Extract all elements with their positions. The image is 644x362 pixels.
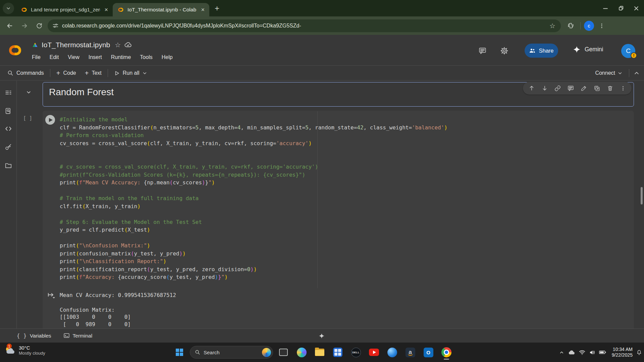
address-bar[interactable]: colab.research.google.com/drive/1qalewyi… [48, 19, 561, 32]
menu-view[interactable]: View [68, 54, 79, 60]
move-cell-down-button[interactable] [538, 82, 551, 95]
wifi-icon[interactable] [579, 350, 585, 355]
commands-button[interactable]: Commands [6, 70, 45, 76]
files-folder-icon[interactable] [5, 162, 12, 169]
tab-title: IoT_Thermostat.ipynb - Colab [127, 7, 197, 13]
taskbar-blue-app[interactable] [330, 345, 345, 360]
menu-edit[interactable]: Edit [50, 54, 59, 60]
site-settings-icon[interactable] [52, 22, 59, 29]
terminal-button[interactable]: Terminal [63, 333, 93, 339]
file-explorer-icon [315, 349, 324, 356]
share-button[interactable]: Share [525, 44, 558, 58]
gemini-button[interactable]: Gemini [573, 46, 603, 53]
more-cell-actions-button[interactable] [616, 82, 630, 95]
bookmark-star-icon[interactable]: ☆ [547, 22, 558, 30]
delete-cell-button[interactable] [603, 82, 616, 95]
taskbar-app-window[interactable] [276, 345, 291, 360]
taskbar-file-explorer[interactable] [312, 345, 327, 360]
star-notebook-icon[interactable]: ☆ [115, 41, 121, 49]
tab-title: Land tenure project_sdg1_zero_ [31, 7, 100, 13]
menu-bar: File Edit View Insert Runtime Tools Help [32, 54, 173, 60]
run-all-button[interactable]: Run all [113, 70, 148, 76]
window-restore-button[interactable] [613, 0, 629, 16]
kebab-menu-icon [599, 23, 605, 29]
window-close-button[interactable] [629, 0, 644, 16]
taskbar-copilot[interactable] [294, 345, 309, 360]
comment-cell-button[interactable] [564, 82, 577, 95]
browser-menu-button[interactable] [595, 19, 608, 32]
move-cell-up-button[interactable] [525, 82, 538, 95]
taskbar-amazon[interactable]: a [402, 345, 418, 360]
add-text-button[interactable]: + Text [84, 69, 103, 77]
notebook-scrollbar[interactable] [641, 187, 643, 204]
link-cell-button[interactable] [551, 82, 564, 95]
variables-button[interactable]: { } Variables [17, 333, 51, 339]
volume-icon[interactable] [589, 350, 595, 355]
amazon-icon: a [406, 348, 415, 357]
chrome-icon [441, 347, 451, 357]
settings-gear-icon[interactable] [500, 47, 508, 55]
new-tab-button[interactable]: + [212, 3, 222, 13]
url-text[interactable]: colab.research.google.com/drive/1qalewyi… [62, 23, 543, 29]
comments-button[interactable] [479, 47, 486, 55]
toolbar-right: Connect [593, 69, 639, 77]
hidden-icons-chevron[interactable] [559, 350, 564, 355]
taskbar-youtube[interactable] [366, 345, 382, 360]
tab-close-icon[interactable]: × [104, 6, 109, 13]
browser-tab-bar: Land tenure project_sdg1_zero_ × IoT_The… [0, 0, 644, 16]
forward-arrow-icon [21, 22, 28, 29]
weather-icon: 1 [4, 345, 16, 356]
window-minimize-button[interactable] [598, 0, 613, 16]
code-cell[interactable]: #Initialize the modelclf = RandomForestC… [43, 111, 634, 328]
cloud-saved-icon [124, 41, 132, 49]
back-button[interactable] [3, 19, 16, 32]
taskbar-search[interactable]: Search [190, 346, 273, 359]
connect-button[interactable]: Connect [593, 70, 624, 76]
menu-runtime[interactable]: Runtime [111, 54, 131, 60]
chevron-down-icon [143, 71, 147, 75]
find-replace-icon[interactable] [5, 108, 12, 115]
notification-bell-icon[interactable] [636, 350, 642, 355]
collapse-header-button[interactable] [634, 70, 639, 76]
gemini-spark-icon[interactable] [319, 333, 325, 339]
weather-temperature: 30°C [19, 345, 45, 351]
menu-tools[interactable]: Tools [140, 54, 152, 60]
edit-cell-button[interactable] [577, 82, 590, 95]
add-code-button[interactable]: + Code [55, 69, 77, 77]
run-cell-button[interactable] [45, 115, 55, 125]
start-button[interactable] [172, 345, 187, 360]
taskbar-edge-sphere[interactable] [384, 345, 400, 360]
menu-insert[interactable]: Insert [89, 54, 102, 60]
weather-description: Mostly cloudy [19, 351, 45, 356]
battery-icon[interactable] [599, 350, 606, 355]
code-snippets-icon[interactable] [5, 125, 12, 132]
browser-tab-thermostat[interactable]: IoT_Thermostat.ipynb - Colab × [113, 3, 209, 16]
chevron-down-icon [618, 71, 622, 75]
menu-help[interactable]: Help [162, 54, 173, 60]
browser-tab-land-tenure[interactable]: Land tenure project_sdg1_zero_ × [16, 3, 113, 16]
tab-close-icon[interactable]: × [200, 6, 205, 13]
taskbar-outlook[interactable]: O [421, 345, 436, 360]
browser-profile-avatar[interactable]: c [584, 21, 594, 31]
tab-search-button[interactable] [3, 3, 14, 14]
taskbar-dell[interactable]: DELL [348, 345, 364, 360]
table-of-contents-icon[interactable] [5, 89, 12, 97]
copy-cell-button[interactable] [590, 82, 603, 95]
reload-icon [36, 22, 43, 29]
extensions-button[interactable] [564, 19, 577, 32]
menu-file[interactable]: File [32, 54, 41, 60]
taskbar-clock[interactable]: 10:34 AM 9/22/2025 [612, 347, 633, 358]
output-indicator-icon[interactable] [47, 292, 56, 300]
forward-button[interactable] [18, 19, 31, 32]
notebook-toolbar: Commands + Code + Text Run all Connect [0, 66, 644, 80]
taskbar-chrome[interactable] [439, 345, 454, 360]
section-collapse-icon[interactable] [26, 89, 32, 95]
weather-widget[interactable]: 1 30°C Mostly cloudy [4, 345, 45, 356]
onedrive-cloud-icon[interactable] [568, 349, 575, 355]
divider [50, 69, 50, 77]
commands-label: Commands [16, 70, 44, 76]
secrets-key-icon[interactable] [5, 143, 12, 151]
notebook-title[interactable]: IoT_Thermostat.ipynb [42, 41, 110, 49]
code-lines[interactable]: #Initialize the modelclf = RandomForestC… [60, 116, 447, 281]
reload-button[interactable] [33, 19, 46, 32]
